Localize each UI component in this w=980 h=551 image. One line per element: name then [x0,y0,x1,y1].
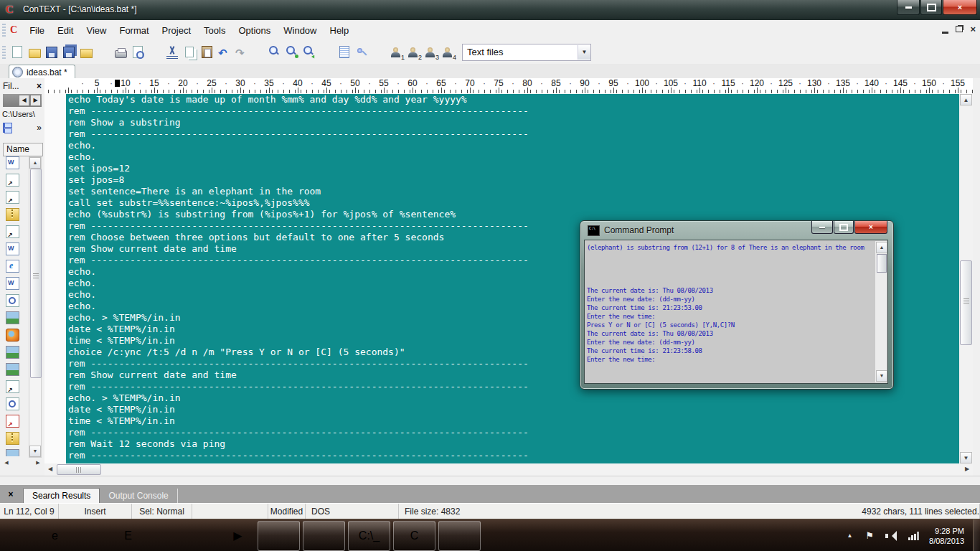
file-icon[interactable] [6,346,19,359]
scroll-down-icon[interactable]: ▼ [960,452,972,463]
taskbar-context[interactable]: C [393,521,435,551]
scroll-right-icon[interactable]: ▶ [961,463,973,475]
window-minimize-button[interactable] [897,0,920,15]
output-tab[interactable]: Output Console [100,489,177,503]
scrollbar-thumb[interactable] [960,260,972,345]
taskbar-paint[interactable] [438,521,481,551]
menu-item[interactable]: File [23,22,51,39]
cmd-scrollbar[interactable]: ▲ ▼ [875,241,887,382]
file-icon[interactable] [6,415,19,428]
taskbar-internet-explorer[interactable]: e [40,522,70,550]
editor-hscrollbar[interactable]: ◀ ▶ [44,463,973,476]
file-icon[interactable] [6,174,19,187]
editor-line[interactable]: echo (%substr%) is substring from (%ipos… [68,209,959,220]
copy-icon[interactable] [182,44,197,60]
file-icon[interactable] [6,311,19,324]
taskbar-cmd[interactable]: C:\_ [348,521,390,551]
editor-line[interactable]: rem ------------------------------------… [68,105,959,117]
find-replace-icon[interactable] [302,44,318,60]
scrollbar-thumb[interactable] [30,169,42,378]
file-icon[interactable] [6,432,19,445]
menu-item[interactable]: Tools [197,22,232,39]
taskbar-media-player[interactable]: ▶ [223,522,253,550]
mdi-minimize-button[interactable] [942,32,948,34]
user-bookmark-2-icon[interactable]: 2 [405,44,421,60]
command-prompt-window[interactable]: Command Prompt × (elephant) is substring… [580,220,894,390]
taskbar-dark-e-app[interactable]: E [113,522,143,550]
file-icon[interactable] [6,363,19,376]
scroll-up-icon[interactable]: ▲ [960,94,972,105]
file-panel-close-icon[interactable]: × [37,82,42,90]
redo-icon[interactable] [233,44,249,60]
editor-line[interactable]: rem Show a substring [68,117,959,128]
taskbar-chrome[interactable] [187,522,216,550]
tray-expand-icon[interactable]: ▲ [847,532,852,539]
editor-line[interactable]: set ipos=12 [68,163,959,174]
action-center-flag-icon[interactable]: ⚑ [865,530,874,541]
menu-item[interactable]: Project [156,22,197,39]
panel-splitter[interactable] [0,476,980,486]
cmd-maximize-button[interactable] [834,221,854,234]
print-icon[interactable] [113,44,128,60]
toolbar-grip[interactable] [2,46,6,59]
undo-icon[interactable] [216,44,232,60]
file-icon[interactable] [6,449,19,456]
nav-forward-button[interactable]: ▶ [30,95,41,106]
menu-item[interactable]: Help [324,22,356,39]
file-icon[interactable] [6,260,19,273]
file-icon[interactable] [6,225,19,238]
file-icon[interactable] [6,191,19,204]
scroll-up-icon[interactable]: ▲ [29,157,41,169]
editor-line[interactable]: echo. [68,140,959,151]
volume-icon[interactable] [885,531,897,541]
scroll-up-icon[interactable]: ▲ [876,242,887,253]
scrollbar-thumb[interactable] [877,254,887,273]
editor-line[interactable]: call set substr=%%sentence:~%ipos%,%jpos… [68,197,959,209]
scroll-down-icon[interactable]: ▼ [876,370,887,382]
editor-line[interactable]: date < %TEMP%/in.in [68,404,959,415]
scroll-left-icon[interactable]: ◀ [1,458,11,468]
find-icon[interactable] [268,44,283,60]
window-close-button[interactable]: × [943,0,977,15]
file-list-name-header[interactable]: Name [3,143,43,156]
editor-line[interactable]: rem ------------------------------------… [68,128,959,140]
file-compare-icon[interactable] [336,44,352,60]
cmd-close-button[interactable]: × [854,221,887,234]
file-type-combobox[interactable]: Text files ▼ [462,44,591,61]
file-icon[interactable] [6,242,19,255]
user-bookmark-1-icon[interactable]: 1 [388,44,404,60]
window-maximize-button[interactable] [920,0,942,15]
panel-more-icon[interactable]: » [37,123,42,133]
mdi-restore-button[interactable] [956,26,963,32]
editor-vscrollbar[interactable]: ▲ ▼ [959,94,973,463]
save-all-icon[interactable] [61,44,77,60]
mdi-close-button[interactable]: × [970,24,976,34]
toolbar-grip[interactable] [2,24,6,37]
taskbar-notepad[interactable] [303,521,345,551]
file-list-hscrollbar[interactable]: ◀ ▶ [1,458,43,469]
file-icon[interactable] [6,329,19,342]
pin-icon[interactable] [354,44,369,60]
scroll-down-icon[interactable]: ▼ [29,446,41,457]
folder-tree-icon[interactable] [3,123,14,133]
menu-item[interactable]: Window [277,22,323,39]
output-panel-close-icon[interactable]: × [4,488,17,501]
file-list-scrollbar[interactable]: ▲ ▼ [29,156,42,458]
cut-icon[interactable] [164,44,180,60]
taskbar-windows-explorer[interactable] [77,522,106,550]
combobox-dropdown-icon[interactable]: ▼ [578,45,590,60]
taskbar-eclipse[interactable] [150,522,179,550]
taskbar-firefox[interactable] [258,521,300,551]
user-bookmark-4-icon[interactable]: 4 [440,44,456,60]
scroll-right-icon[interactable]: ▶ [33,458,43,468]
open-file-icon[interactable] [27,44,42,60]
file-panel-path[interactable]: C:\Users\ [2,110,35,118]
editor-line[interactable]: set jpos=8 [68,174,959,186]
file-icon[interactable] [6,294,19,307]
editor-line[interactable]: rem ------------------------------------… [68,450,959,461]
file-icon[interactable] [6,277,19,290]
editor-line[interactable]: echo. > %TEMP%/in.in [68,392,959,404]
menu-item[interactable]: Format [113,22,155,39]
file-icon[interactable] [6,208,19,221]
open-folder-icon[interactable] [78,44,94,60]
